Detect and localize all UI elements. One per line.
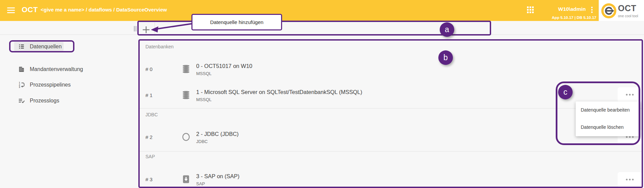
group-divider [140, 108, 642, 109]
database-icon [181, 64, 191, 74]
hamburger-menu-icon[interactable] [7, 6, 16, 15]
sap-icon [181, 174, 191, 184]
annotation-circle-c: c [558, 85, 573, 99]
sidebar-item-prozesslogs[interactable]: Prozesslogs [0, 95, 134, 107]
row-subtitle: SAP [196, 181, 205, 186]
row-subtitle: MSSQL [196, 71, 212, 76]
row-index: # 3 [145, 177, 153, 182]
sidebar-item-datenquellen[interactable]: Datenquellen [0, 41, 134, 52]
group-divider [140, 151, 642, 151]
row-subtitle: MSSQL [196, 97, 212, 102]
row-actions-kebab-icon[interactable] [618, 172, 642, 187]
row-actions-kebab-icon[interactable] [618, 87, 642, 102]
oct-logo: OCT one cool tool [599, 0, 644, 22]
oct-logo-icon [601, 3, 617, 20]
database-icon [181, 90, 191, 100]
sidebar-item-label: Mandantenverwaltung [30, 66, 83, 72]
row-index: # 2 [145, 134, 153, 140]
sidebar-item-label: Prozesspipelines [30, 82, 71, 88]
apps-grid-icon[interactable] [526, 6, 535, 15]
sidebar-item-prozesspipelines[interactable]: 123 Prozesspipelines [0, 79, 134, 91]
annotation-circle-a: a [440, 22, 454, 37]
context-menu: Datenquelle bearbeiten Datenquelle lösch… [576, 101, 640, 136]
group-header-datenbanken: Datenbanken [145, 44, 174, 49]
svg-text:3: 3 [19, 86, 20, 88]
panel-resize-handle[interactable] [134, 26, 137, 31]
row-index: # 1 [145, 92, 153, 98]
row-title: 3 - SAP on (SAP) [196, 173, 239, 180]
oct-logo-text: OCT [618, 3, 636, 13]
logs-icon [18, 97, 25, 105]
row-title: 0 - OCT51017 on W10 [196, 63, 252, 69]
group-header-sap: SAP [145, 154, 155, 159]
annotation-circle-b: b [438, 50, 453, 65]
list-icon [18, 43, 25, 51]
breadcrumb: <give me a name> / dataflows / DataSourc… [41, 7, 167, 13]
row-index: # 0 [145, 66, 153, 72]
building-icon [18, 66, 25, 74]
group-header-jdbc: JDBC [145, 112, 158, 117]
oct-logo-tagline: one cool tool [618, 14, 638, 18]
annotation-box-b [138, 39, 643, 188]
app-bar: OCT <give me a name> / dataflows / DataS… [0, 0, 644, 21]
app-title: OCT [22, 5, 38, 14]
circle-icon [181, 132, 191, 142]
row-subtitle: JDBC [196, 139, 208, 144]
sidebar-item-label: Prozesslogs [30, 98, 59, 104]
row-title: 1 - Microsoft SQL Server on SQLTest/Test… [196, 89, 362, 95]
add-datasource-button[interactable] [141, 25, 151, 34]
toolbar [0, 21, 644, 35]
user-kebab-icon[interactable] [590, 6, 594, 14]
app-window: OCT <give me a name> / dataflows / DataS… [0, 0, 644, 188]
toolbar-separator [155, 22, 155, 34]
menu-item-delete-datasource[interactable]: Datenquelle löschen [576, 119, 640, 136]
version-info: App 5.10.17 | DB 5.10.17 [552, 16, 596, 20]
user-menu[interactable]: W10\admin [558, 6, 586, 12]
tooltip-add-datasource: Datenquelle hinzufügen [191, 14, 282, 30]
row-title: 2 - JDBC (JDBC) [196, 131, 239, 137]
menu-item-edit-datasource[interactable]: Datenquelle bearbeiten [576, 101, 640, 119]
sidebar-item-label: Datenquellen [30, 44, 62, 50]
sidebar-item-mandantenverwaltung[interactable]: Mandantenverwaltung [0, 64, 134, 75]
pipeline-icon: 123 [18, 81, 25, 90]
